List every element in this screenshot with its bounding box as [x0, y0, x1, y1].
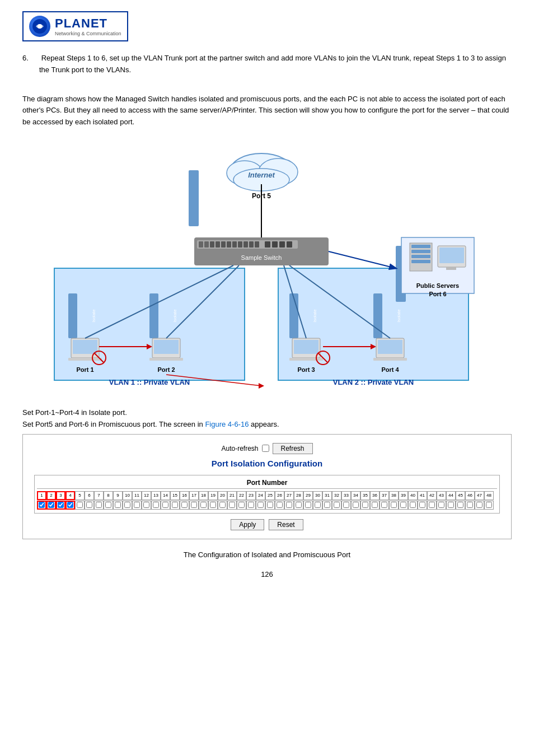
- port-checkbox-8[interactable]: [105, 502, 111, 508]
- step-number: 6.: [22, 53, 39, 64]
- port-checkbox-21[interactable]: [229, 502, 235, 508]
- port-checkbox-7[interactable]: [96, 502, 102, 508]
- svg-rect-19: [199, 241, 203, 248]
- apply-button[interactable]: Apply: [231, 519, 264, 530]
- page-number: 126: [22, 570, 512, 578]
- port-cell-37: 37: [380, 491, 389, 500]
- port-cell-42: 42: [427, 491, 437, 500]
- port-checkbox-19[interactable]: [210, 502, 216, 508]
- port-checkbox-30[interactable]: [315, 502, 321, 508]
- port-checkbox-17[interactable]: [191, 502, 197, 508]
- port-checkbox-39[interactable]: [400, 502, 406, 508]
- port-cell-13: 13: [151, 491, 161, 500]
- refresh-button[interactable]: Refresh: [273, 443, 313, 454]
- port-checkbox-26[interactable]: [277, 502, 283, 508]
- port-checkbox-22[interactable]: [238, 502, 245, 508]
- port-checkbox-38[interactable]: [391, 502, 397, 508]
- port-checkbox-1[interactable]: [39, 502, 45, 508]
- svg-rect-25: [232, 241, 237, 248]
- port-cell-16: 16: [180, 491, 189, 500]
- port-checkbox-33[interactable]: [343, 502, 349, 508]
- svg-rect-29: [255, 241, 259, 248]
- logo-text: PLANET Networking & Communication: [55, 16, 121, 36]
- port-checkbox-3[interactable]: [58, 502, 64, 508]
- port-checkbox-34[interactable]: [353, 502, 359, 508]
- svg-text:Port 4: Port 4: [381, 366, 399, 373]
- port-checkbox-16[interactable]: [181, 502, 188, 508]
- diagram-svg: VLAN 1 :: Private VLAN VLAN 2 :: Private…: [38, 139, 496, 391]
- port-cell-12: 12: [142, 491, 151, 500]
- port-checkbox-27[interactable]: [286, 502, 292, 508]
- port-cell-35: 35: [360, 491, 370, 500]
- reset-button[interactable]: Reset: [269, 519, 303, 530]
- port-cell-44: 44: [446, 491, 456, 500]
- port-checkbox-13[interactable]: [153, 502, 159, 508]
- port-cell-30: 30: [313, 491, 322, 500]
- port-checkbox-14[interactable]: [162, 502, 168, 508]
- port-checkbox-47[interactable]: [476, 502, 483, 508]
- port-cell-26: 26: [275, 491, 284, 500]
- port-checkbox-43[interactable]: [438, 502, 444, 508]
- svg-text:VLAN 1 :: Private VLAN: VLAN 1 :: Private VLAN: [109, 378, 190, 386]
- auto-refresh-row: Auto-refresh Refresh: [34, 443, 500, 454]
- port-checkbox-18[interactable]: [200, 502, 207, 508]
- svg-rect-40: [411, 255, 430, 258]
- port-cell-34: 34: [351, 491, 360, 500]
- port-cell-27: 27: [284, 491, 294, 500]
- port-cell-20: 20: [218, 491, 227, 500]
- port-checkbox-40[interactable]: [410, 502, 416, 508]
- instruction-line2-text: Set Port5 and Port-6 in Promiscuous port…: [22, 420, 205, 428]
- port-cell-33: 33: [341, 491, 351, 500]
- svg-rect-21: [210, 241, 214, 248]
- port-checkbox-15[interactable]: [172, 502, 178, 508]
- port-checkbox-44[interactable]: [448, 502, 454, 508]
- port-cell-2: 2: [46, 491, 56, 500]
- port-checkbox-24[interactable]: [257, 502, 264, 508]
- port-cell-48: 48: [484, 491, 494, 500]
- checkbox-row[interactable]: [37, 501, 497, 510]
- port-checkbox-10[interactable]: [124, 502, 130, 508]
- port-checkbox-41[interactable]: [419, 502, 425, 508]
- port-checkbox-32[interactable]: [334, 502, 340, 508]
- port-cell-9: 9: [113, 491, 123, 500]
- port-checkbox-20[interactable]: [219, 502, 226, 508]
- svg-point-1: [38, 24, 42, 29]
- port-checkbox-29[interactable]: [305, 502, 311, 508]
- port-checkbox-5[interactable]: [77, 502, 83, 508]
- port-cell-11: 11: [132, 491, 142, 500]
- port-cell-45: 45: [456, 491, 465, 500]
- figure-link[interactable]: Figure 4-6-16: [205, 420, 249, 428]
- port-cell-39: 39: [399, 491, 408, 500]
- svg-rect-61: [149, 358, 183, 361]
- port-checkbox-35[interactable]: [362, 502, 368, 508]
- svg-rect-30: [265, 241, 270, 248]
- port-checkbox-36[interactable]: [372, 502, 378, 508]
- port-checkbox-48[interactable]: [486, 502, 492, 508]
- port-checkbox-4[interactable]: [67, 502, 73, 508]
- port-checkbox-46[interactable]: [467, 502, 473, 508]
- port-checkbox-2[interactable]: [48, 502, 54, 508]
- port-checkbox-37[interactable]: [381, 502, 387, 508]
- instruction-line2: Set Port5 and Port-6 in Promiscuous port…: [22, 420, 512, 428]
- port-checkbox-23[interactable]: [248, 502, 254, 508]
- port-checkbox-12[interactable]: [143, 502, 149, 508]
- svg-rect-44: [446, 267, 456, 270]
- svg-rect-60: [154, 340, 179, 354]
- port-checkbox-11[interactable]: [134, 502, 140, 508]
- port-cell-22: 22: [237, 491, 246, 500]
- config-box: Auto-refresh Refresh Port Isolation Conf…: [22, 434, 512, 539]
- port-checkbox-45[interactable]: [457, 502, 463, 508]
- port-checkbox-6[interactable]: [86, 502, 92, 508]
- port-checkbox-25[interactable]: [267, 502, 273, 508]
- port-checkbox-28[interactable]: [296, 502, 302, 508]
- svg-line-35: [329, 251, 396, 268]
- logo-box: PLANET Networking & Communication: [22, 11, 128, 41]
- apply-row: Apply Reset: [34, 519, 500, 530]
- port-checkbox-42[interactable]: [429, 502, 435, 508]
- port-checkbox-9[interactable]: [115, 502, 121, 508]
- auto-refresh-checkbox[interactable]: [262, 445, 269, 452]
- port-checkbox-31[interactable]: [324, 502, 330, 508]
- svg-rect-47: [68, 293, 77, 338]
- port-cell-15: 15: [170, 491, 180, 500]
- page-header: PLANET Networking & Communication: [22, 11, 512, 41]
